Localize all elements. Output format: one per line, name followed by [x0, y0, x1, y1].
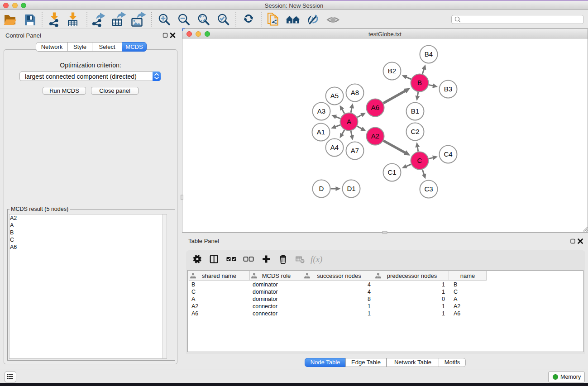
svg-text:C4: C4 [444, 150, 452, 158]
svg-text:D: D [319, 185, 324, 192]
svg-text:A3: A3 [317, 107, 325, 115]
svg-text:C: C [417, 157, 422, 164]
svg-text:A5: A5 [330, 92, 339, 100]
svg-text:A1: A1 [317, 128, 325, 136]
svg-text:A7: A7 [351, 147, 359, 154]
svg-text:C1: C1 [387, 168, 396, 176]
svg-text:D1: D1 [347, 185, 355, 192]
svg-text:C3: C3 [424, 185, 433, 193]
svg-text:B1: B1 [411, 107, 419, 115]
svg-text:A: A [347, 118, 351, 125]
svg-text:A8: A8 [351, 89, 359, 96]
svg-text:A2: A2 [371, 132, 379, 140]
svg-text:B4: B4 [425, 50, 433, 58]
svg-text:C2: C2 [411, 128, 419, 135]
svg-text:A6: A6 [371, 104, 379, 111]
svg-text:B2: B2 [388, 67, 396, 75]
svg-text:B3: B3 [444, 85, 452, 93]
svg-text:A4: A4 [330, 143, 339, 151]
svg-text:B: B [417, 79, 422, 86]
